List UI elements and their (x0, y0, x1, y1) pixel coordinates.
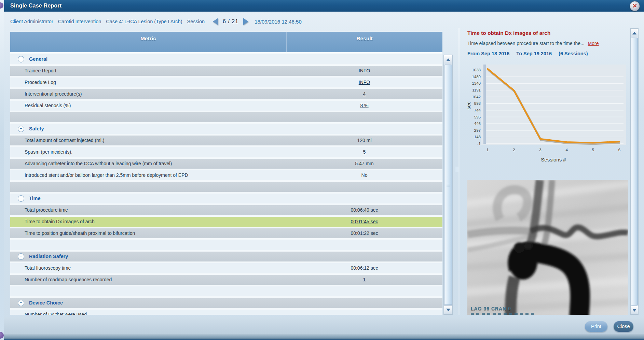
spacer-row (10, 240, 442, 250)
background-app-icon (0, 332, 4, 339)
table-row: Advancing catheter into the CCA without … (10, 159, 442, 169)
breadcrumb-client[interactable]: Client Administrator (10, 19, 53, 24)
result-link[interactable]: 1 (363, 277, 366, 282)
metric-label: Residual stenosis (%) (10, 101, 286, 111)
result-link[interactable]: INFO (359, 80, 370, 85)
metric-label: Spasm (per incidents). (10, 147, 286, 157)
collapse-icon[interactable]: − (18, 56, 24, 62)
svg-text:1340: 1340 (472, 81, 481, 85)
range-sessions: (6 Sessions) (559, 51, 588, 56)
svg-text:2: 2 (513, 148, 515, 152)
spacer-row (10, 182, 442, 192)
panel-scrollbar-thumb[interactable] (631, 38, 638, 306)
spacer-row (10, 112, 442, 122)
column-header-metric: Metric (10, 32, 287, 52)
collapse-icon[interactable]: − (18, 253, 24, 260)
next-session-icon[interactable] (243, 18, 248, 25)
close-icon[interactable]: ✕ (630, 1, 640, 11)
spacer-row (10, 286, 442, 296)
metric-label: Number of roadmap sequences recorded (10, 275, 286, 285)
table-row: Total fluoroscopy time 00:06:12 sec (10, 263, 442, 273)
xray-angiogram-image: LAO 36 CRAN 0 (467, 180, 628, 315)
result-link[interactable]: 5 (363, 149, 366, 155)
collapse-icon[interactable]: − (18, 126, 24, 132)
table-row: Introduced stent and/or balloon larger t… (10, 170, 442, 180)
previous-session-icon[interactable] (213, 18, 218, 25)
svg-text:148: 148 (474, 135, 481, 139)
metric-label: Total procedure time (10, 205, 286, 215)
table-scrollbar-thumb[interactable] (444, 65, 452, 305)
close-button[interactable]: Close (614, 321, 633, 332)
section-header-row[interactable]: − General (10, 54, 442, 64)
table-row[interactable]: Time to obtain Dx images of arch 00:01:4… (10, 217, 442, 227)
svg-text:sec: sec (466, 101, 471, 110)
section-title: Device Choice (29, 298, 63, 308)
table-row: Number of roadmap sequences recorded 1 (10, 275, 442, 285)
table-row: Residual stenosis (%) 8 % (10, 101, 442, 111)
metric-label: Interventional procedure(s) (10, 89, 286, 99)
result-value: 00:06:12 sec (351, 265, 378, 271)
section-header-row[interactable]: − Time (10, 194, 442, 203)
table-row: Total amount of contrast injected (ml.) … (10, 136, 442, 145)
result-link[interactable]: 4 (363, 91, 366, 97)
svg-text:893: 893 (474, 101, 481, 105)
section-header-row[interactable]: − Radiation Safery (10, 252, 442, 261)
breadcrumb: Client Administrator Carotid Interventio… (10, 17, 302, 26)
metric-label: Number of Dx that were used (10, 310, 286, 315)
table-row: Procedure Log INFO (10, 77, 442, 87)
svg-text:5: 5 (592, 148, 594, 152)
table-row: Time to position guide/sheath proximal t… (10, 228, 442, 238)
panel-scrollbar[interactable] (630, 28, 639, 315)
result-value: No (361, 172, 368, 178)
svg-text:3: 3 (539, 148, 541, 152)
section-title: Safety (29, 124, 44, 134)
result-link[interactable]: INFO (359, 68, 370, 73)
svg-text:744: 744 (474, 108, 481, 112)
svg-text:1638: 1638 (472, 68, 481, 72)
metric-table: Metric Result − General Trainee Report I… (10, 32, 442, 315)
svg-text:595: 595 (474, 115, 481, 119)
chart-canvas: 16381489134011911042893744595446297148-1… (466, 62, 628, 172)
metric-label: Total amount of contrast injected (ml.) (10, 136, 286, 145)
svg-text:1042: 1042 (472, 95, 481, 99)
splitter-grip-icon[interactable] (456, 167, 458, 172)
breadcrumb-module[interactable]: Carotid Intervention (58, 19, 101, 24)
table-row: Total procedure time 00:06:40 sec (10, 205, 442, 215)
result-value: 120 ml (357, 138, 371, 143)
section-header-row[interactable]: − Device Choice (10, 298, 442, 308)
range-from: From Sep 18 2016 (467, 51, 509, 56)
angiogram-art (467, 180, 628, 315)
footer-bar (4, 317, 644, 334)
panel-scroll-down-icon[interactable] (631, 306, 638, 314)
section-title: General (29, 54, 47, 64)
scroll-down-icon[interactable] (444, 305, 452, 314)
column-header-result: Result (287, 32, 442, 52)
detail-description: Time elapsed between procedure start to … (467, 41, 628, 46)
table-scrollbar[interactable] (443, 55, 453, 315)
section-title: Time (29, 194, 41, 203)
scroll-up-icon[interactable] (444, 55, 452, 64)
panel-scroll-up-icon[interactable] (631, 29, 638, 37)
xray-caption: LAO 36 CRAN 0 (471, 306, 511, 311)
breadcrumb-case[interactable]: Case 4: L-ICA Lesion (Type I Arch) (106, 19, 182, 24)
collapse-icon[interactable]: − (18, 195, 24, 202)
result-link[interactable]: 8 % (360, 103, 368, 108)
metric-label: Time to position guide/sheath proximal t… (10, 228, 286, 238)
metric-label: Total fluoroscopy time (10, 263, 286, 273)
collapse-icon[interactable]: − (18, 300, 24, 306)
breadcrumb-session[interactable]: Session (187, 19, 205, 24)
table-row: Trainee Report INFO (10, 66, 442, 76)
detail-panel-title: Time to obtain Dx images of arch (467, 30, 625, 36)
session-page-count: 6 / 21 (223, 18, 238, 25)
single-case-report-window: Single Case Report ✕ Client Administrato… (0, 0, 644, 340)
more-link[interactable]: More (588, 41, 599, 46)
svg-text:Sessions #: Sessions # (541, 157, 566, 162)
section-header-row[interactable]: − Safety (10, 124, 442, 134)
print-button[interactable]: Print (585, 321, 607, 332)
svg-text:297: 297 (474, 128, 481, 132)
background-app-icon (0, 2, 3, 9)
svg-text:6: 6 (618, 148, 620, 152)
metric-label: Advancing catheter into the CCA without … (10, 159, 286, 169)
result-value: 00:06:40 sec (351, 207, 378, 213)
result-link[interactable]: 00:01:45 sec (351, 219, 378, 224)
